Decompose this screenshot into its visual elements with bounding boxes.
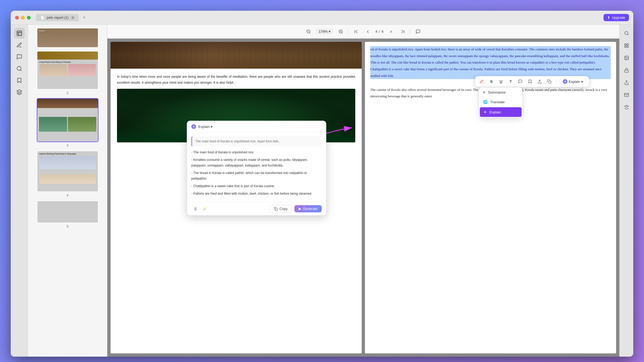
thumb-4-label: 4 bbox=[67, 194, 68, 197]
svg-rect-0 bbox=[17, 31, 21, 36]
thumb-2-label: 2 bbox=[67, 91, 68, 95]
page-navigation: 4 / 6 bbox=[375, 29, 383, 34]
svg-line-30 bbox=[627, 34, 628, 35]
thumbnail-3[interactable] bbox=[37, 98, 98, 142]
zoom-in-button[interactable] bbox=[336, 27, 345, 36]
thumb-2-title: A Key Phase in the History of Tourism bbox=[39, 61, 96, 63]
context-menu: ≡ Summarize 🌐 Translate ✦ Explain bbox=[479, 87, 522, 117]
text-icon[interactable]: T bbox=[507, 78, 514, 85]
sidebar-icons bbox=[11, 25, 28, 357]
active-tab[interactable]: 📄 pets report (1) ✕ bbox=[36, 14, 79, 21]
app-window: 📄 pets report (1) ✕ + ⬆ Upgrade bbox=[11, 11, 633, 357]
svg-point-36 bbox=[625, 57, 626, 57]
document-toolbar: 178% ▾ 4 / 6 bbox=[107, 25, 619, 39]
annotation-button[interactable] bbox=[414, 27, 422, 36]
upgrade-button[interactable]: ⬆ Upgrade bbox=[603, 14, 629, 21]
svg-line-10 bbox=[342, 32, 343, 33]
zoom-display[interactable]: 178% ▾ bbox=[316, 28, 333, 35]
thumb-group-3: 3 bbox=[37, 98, 98, 147]
next-page-button[interactable] bbox=[387, 27, 395, 36]
sidebar-comment-button[interactable] bbox=[14, 51, 25, 62]
context-summarize[interactable]: ≡ Summarize bbox=[479, 87, 522, 97]
generate-button[interactable]: ▶ Generate bbox=[294, 205, 322, 212]
explain-panel: ✦ Explain ▾ The main food of Kerala is u… bbox=[187, 121, 326, 216]
explain-result-2: - Keralites consume a variety of snacks … bbox=[191, 157, 322, 169]
footer-magic-icon[interactable]: 🪄 bbox=[201, 205, 208, 213]
explain-panel-icon: ✦ bbox=[191, 124, 196, 129]
svg-rect-32 bbox=[627, 44, 628, 45]
fullscreen-button[interactable] bbox=[27, 16, 31, 20]
svg-point-29 bbox=[625, 31, 628, 35]
note-icon[interactable] bbox=[517, 78, 524, 85]
thumbnail-5[interactable] bbox=[37, 201, 98, 223]
export-icon[interactable] bbox=[536, 78, 543, 85]
right-sidebar-mail[interactable] bbox=[621, 90, 632, 100]
thumbnails-panel: Tourism A Key Phase in the History of To… bbox=[28, 25, 107, 357]
thumbnail-1[interactable]: Tourism bbox=[37, 28, 98, 48]
upgrade-label: Upgrade bbox=[612, 16, 625, 20]
thumb-5-label: 5 bbox=[67, 225, 68, 228]
prev-page-button[interactable] bbox=[364, 27, 372, 36]
tab-close-button[interactable]: ✕ bbox=[71, 16, 75, 20]
svg-rect-34 bbox=[625, 46, 626, 47]
minimize-button[interactable] bbox=[21, 16, 25, 20]
explain-result-1: - The main food of Kerala is unpolished … bbox=[191, 150, 322, 156]
tab-icon: 📄 bbox=[40, 16, 45, 20]
explain-panel-title-text: Explain ▾ bbox=[198, 125, 322, 129]
right-sidebar-search[interactable] bbox=[621, 28, 632, 39]
explain-result-4: - Chattipathiri is a sweet cake that is … bbox=[191, 183, 322, 189]
svg-line-7 bbox=[309, 32, 310, 33]
document-scroll[interactable]: In today's time when more and more peopl… bbox=[107, 39, 619, 357]
svg-line-4 bbox=[20, 70, 21, 71]
summarize-label: Summarize bbox=[488, 90, 506, 94]
translate-icon: 🌐 bbox=[483, 100, 488, 104]
footer-list-icon[interactable] bbox=[191, 205, 199, 213]
copy-toolbar-icon[interactable] bbox=[546, 78, 553, 85]
first-page-button[interactable] bbox=[352, 27, 360, 36]
copy-label: Copy bbox=[279, 207, 287, 211]
thumbnail-4[interactable]: Improve Working Productivity in Using Ap… bbox=[37, 151, 98, 192]
last-page-button[interactable] bbox=[398, 27, 407, 36]
explain-menu-icon: ✦ bbox=[484, 110, 487, 114]
sidebar-pen-button[interactable] bbox=[14, 40, 25, 50]
thumb-group-1: Tourism bbox=[37, 28, 98, 48]
main-content: Tourism A Key Phase in the History of To… bbox=[11, 25, 633, 357]
context-translate[interactable]: 🌐 Translate bbox=[479, 97, 522, 107]
right-sidebar-share[interactable] bbox=[621, 77, 632, 88]
zoom-dropdown-icon: ▾ bbox=[329, 29, 331, 34]
right-sidebar-lock[interactable] bbox=[621, 65, 632, 76]
traffic-lights bbox=[15, 16, 31, 20]
sidebar-pages-button[interactable] bbox=[14, 28, 25, 39]
close-button[interactable] bbox=[15, 16, 19, 20]
bookmark-icon[interactable] bbox=[526, 78, 534, 85]
sidebar-search-button[interactable] bbox=[14, 63, 25, 74]
underline-icon[interactable]: U bbox=[497, 78, 505, 85]
context-explain[interactable]: ✦ Explain bbox=[480, 107, 522, 117]
sidebar-bookmarks-button[interactable] bbox=[14, 75, 25, 86]
thumb-group-5: 5 bbox=[37, 201, 98, 228]
upgrade-icon: ⬆ bbox=[607, 16, 610, 20]
explain-panel-footer: 🪄 Copy ▶ Generate bbox=[187, 202, 326, 215]
svg-rect-21 bbox=[549, 81, 551, 83]
zoom-out-button[interactable] bbox=[304, 27, 313, 36]
toolbar-separator-1 bbox=[348, 28, 349, 35]
zoom-value: 178% bbox=[319, 29, 328, 34]
explain-icon: ✦ bbox=[563, 79, 568, 84]
explain-button[interactable]: ✦ Explain ▾ bbox=[560, 78, 586, 85]
right-sidebar-layers[interactable] bbox=[621, 102, 632, 113]
right-sidebar-grid[interactable] bbox=[621, 40, 632, 51]
thumb-3-label: 3 bbox=[67, 144, 68, 147]
thumbnail-2[interactable]: A Key Phase in the History of Tourism bbox=[37, 51, 98, 90]
right-sidebar-image[interactable] bbox=[621, 53, 632, 63]
strikethrough-icon[interactable]: S bbox=[488, 78, 495, 85]
svg-marker-5 bbox=[17, 90, 21, 92]
explain-title-label: Explain bbox=[198, 125, 210, 129]
generate-label: Generate bbox=[303, 207, 317, 211]
highlight-icon[interactable] bbox=[478, 78, 485, 85]
selection-toolbar: S U T bbox=[475, 76, 589, 87]
explain-result: - The main food of Kerala is unpolished … bbox=[191, 150, 322, 197]
sidebar-layers-button[interactable] bbox=[14, 87, 25, 98]
copy-button[interactable]: Copy bbox=[269, 205, 292, 213]
page-current: 4 bbox=[375, 29, 377, 34]
new-tab-button[interactable]: + bbox=[81, 14, 87, 21]
